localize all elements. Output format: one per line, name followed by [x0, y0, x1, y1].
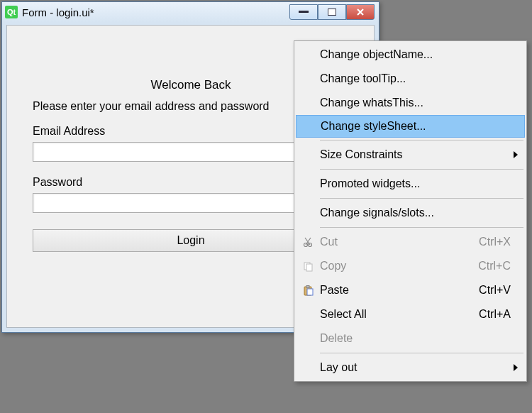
- menu-shortcut: Ctrl+C: [478, 260, 511, 272]
- menu-item-label: Cut: [320, 236, 338, 248]
- menu-item-label: Paste: [320, 284, 349, 297]
- menu-item-change-signals-slots[interactable]: Change signals/slots...: [296, 201, 525, 225]
- svg-rect-3: [306, 264, 312, 271]
- menu-item-label: Lay out: [320, 361, 357, 374]
- menu-item-promoted-widgets[interactable]: Promoted widgets...: [296, 172, 525, 196]
- submenu-arrow-icon: [514, 364, 518, 371]
- instruction-text: Please enter your email address and pass…: [33, 100, 270, 113]
- email-label: Email Address: [33, 125, 105, 138]
- menu-item-paste[interactable]: PasteCtrl+V: [296, 278, 525, 302]
- menu-item-change-stylesheet[interactable]: Change styleSheet...: [296, 115, 525, 138]
- maximize-button[interactable]: [318, 4, 346, 20]
- menu-item-label: Promoted widgets...: [320, 177, 420, 190]
- menu-separator: [320, 140, 523, 141]
- menu-item-select-all[interactable]: Select AllCtrl+A: [296, 302, 525, 326]
- menu-separator: [320, 353, 523, 353]
- menu-item-delete: Delete: [296, 326, 525, 351]
- copy-icon: [301, 260, 314, 272]
- paste-icon: [301, 284, 314, 297]
- password-label: Password: [33, 176, 82, 189]
- menu-item-label: Change toolTip...: [320, 72, 406, 85]
- menu-item-change-tooltip[interactable]: Change toolTip...: [296, 67, 525, 91]
- cut-icon: [301, 236, 314, 248]
- menu-item-size-constraints[interactable]: Size Constraints: [296, 143, 525, 167]
- menu-item-label: Delete: [320, 332, 353, 345]
- menu-separator: [320, 227, 523, 228]
- window-title: Form - login.ui*: [22, 6, 94, 18]
- menu-shortcut: Ctrl+A: [479, 308, 511, 321]
- menu-item-label: Change styleSheet...: [321, 120, 426, 133]
- menu-separator: [320, 169, 523, 170]
- menu-item-label: Change signals/slots...: [320, 206, 434, 219]
- menu-item-label: Change whatsThis...: [320, 97, 423, 109]
- login-button-label: Login: [177, 234, 204, 246]
- menu-shortcut: Ctrl+X: [479, 236, 511, 248]
- context-menu[interactable]: Change objectName...Change toolTip...Cha…: [294, 40, 527, 382]
- menu-item-label: Copy: [320, 260, 346, 272]
- menu-shortcut: Ctrl+V: [479, 284, 511, 297]
- titlebar[interactable]: Qt Form - login.ui*: [2, 2, 379, 22]
- menu-separator: [320, 198, 523, 199]
- close-button[interactable]: [346, 4, 375, 20]
- menu-item-lay-out[interactable]: Lay out: [296, 356, 525, 380]
- submenu-arrow-icon: [514, 151, 518, 158]
- menu-item-label: Select All: [320, 308, 367, 321]
- svg-rect-6: [307, 289, 313, 295]
- menu-item-change-whatsthis[interactable]: Change whatsThis...: [296, 91, 525, 115]
- menu-item-cut: CutCtrl+X: [296, 230, 525, 254]
- window-controls: [289, 5, 379, 20]
- menu-item-change-objectname[interactable]: Change objectName...: [296, 43, 525, 67]
- svg-rect-5: [306, 286, 309, 288]
- minimize-button[interactable]: [289, 4, 318, 20]
- menu-item-label: Change objectName...: [320, 48, 433, 61]
- close-icon: [355, 7, 365, 17]
- menu-item-label: Size Constraints: [320, 148, 403, 161]
- menu-item-copy: CopyCtrl+C: [296, 254, 525, 278]
- qt-logo-icon: Qt: [5, 6, 18, 18]
